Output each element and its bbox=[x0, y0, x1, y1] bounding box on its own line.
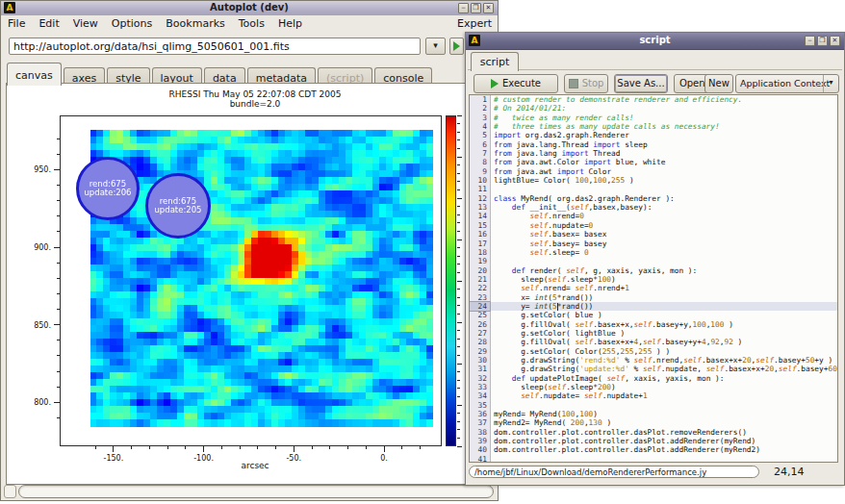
code-line[interactable]: lightBlue= Color( 100,100,255 ) bbox=[491, 176, 837, 185]
minimize-icon[interactable]: ‒ bbox=[805, 36, 815, 46]
code-line[interactable]: from java.awt.Color import blue, white bbox=[491, 158, 837, 166]
menu-item-options[interactable]: Options bbox=[105, 15, 159, 30]
main-titlebar[interactable]: A Autoplot (dev) ‒ ❐ ✕ bbox=[1, 1, 498, 16]
code-line[interactable]: g.drawString('rend:%d' % self.nrend,self… bbox=[491, 356, 837, 365]
code-line[interactable]: self.nupdate= self.nupdate+1 bbox=[491, 391, 837, 400]
code-line[interactable] bbox=[491, 401, 837, 410]
renderer-annotation[interactable]: rend:675update:205 bbox=[145, 173, 211, 239]
code-line[interactable]: g.fillOval( self.basex+x,self.basey+y,10… bbox=[491, 320, 837, 329]
code-editor[interactable]: 1234567891011121314151617181920212223242… bbox=[469, 94, 838, 463]
code-line[interactable]: sleep(self.sleep*200) bbox=[491, 383, 837, 391]
menu-item-tools[interactable]: Tools bbox=[232, 15, 271, 30]
go-button[interactable] bbox=[449, 38, 464, 55]
code-line[interactable]: # On 2014/01/21: bbox=[491, 104, 837, 113]
code-line[interactable]: dom.controller.plot.controller.dasPlot.a… bbox=[491, 445, 837, 454]
code-line[interactable]: myRend2= MyRend( 200,130 ) bbox=[491, 418, 837, 427]
code-line[interactable]: g.setColor( blue ) bbox=[491, 311, 837, 319]
line-number: 21 bbox=[470, 275, 490, 284]
menu-item-view[interactable]: View bbox=[66, 15, 105, 30]
code-line[interactable]: x= int(5*rand()) bbox=[491, 293, 837, 302]
y-axis-tick-label: 900. bbox=[20, 243, 51, 252]
x-axis-major-tick bbox=[294, 446, 294, 452]
code-line[interactable] bbox=[491, 257, 837, 265]
address-row: http://autoplot.org/data/hsi_qlimg_50506… bbox=[1, 35, 498, 60]
context-select[interactable]: Application Context ▾ bbox=[735, 74, 839, 93]
code-line[interactable]: sleep(self.sleep*100) bbox=[491, 275, 837, 284]
x-axis-major-tick bbox=[203, 446, 204, 452]
uri-history-dropdown[interactable]: ▾ bbox=[425, 38, 446, 55]
menu-item-help[interactable]: Help bbox=[271, 15, 309, 30]
code-line[interactable]: from java.lang import Thread bbox=[491, 149, 837, 158]
maximize-icon[interactable]: ❐ bbox=[817, 36, 828, 46]
colorbar-tick bbox=[457, 173, 460, 174]
colorbar-tick bbox=[457, 413, 460, 414]
y-axis-minor-tick bbox=[57, 200, 60, 201]
code-line[interactable]: self.nupdate=0 bbox=[491, 221, 837, 230]
code-line[interactable]: g.fillOval( self.basex+x+4,self.basey+y+… bbox=[491, 338, 837, 346]
menu-item-file[interactable]: File bbox=[1, 15, 32, 30]
code-line[interactable]: g.setColor( lightBlue ) bbox=[491, 329, 837, 338]
line-number: 4 bbox=[470, 122, 490, 131]
y-axis-minor-tick bbox=[57, 154, 60, 155]
line-number: 17 bbox=[470, 239, 490, 248]
close-icon[interactable]: ✕ bbox=[483, 3, 494, 13]
code-line[interactable]: dom.controller.plot.controller.dasPlot.a… bbox=[491, 437, 837, 445]
code-line[interactable] bbox=[491, 185, 837, 193]
save-as-button[interactable]: Save As... bbox=[614, 74, 668, 93]
line-number: 39 bbox=[470, 437, 490, 445]
y-axis-minor-tick bbox=[57, 309, 60, 310]
menu-item-bookmarks[interactable]: Bookmarks bbox=[159, 15, 231, 30]
file-path-input[interactable]: /home/jbf/Linux/Download/demoRendererPer… bbox=[469, 466, 759, 478]
x-axis-label: arcsec bbox=[221, 461, 289, 470]
expert-mode-label[interactable]: Expert bbox=[457, 17, 492, 30]
code-line[interactable]: import org.das2.graph.Renderer bbox=[491, 131, 837, 139]
line-number: 9 bbox=[470, 167, 490, 176]
code-line[interactable]: def __init__(self,basex,basey): bbox=[491, 203, 837, 212]
heatmap-image[interactable] bbox=[90, 130, 433, 427]
line-number: 33 bbox=[470, 383, 490, 391]
plot-canvas-panel[interactable]: RHESSI Thu May 05 22:07:08 CDT 2005 bund… bbox=[6, 83, 495, 485]
x-axis-minor-tick bbox=[401, 446, 402, 449]
code-line[interactable]: self.basex= basex bbox=[491, 230, 837, 239]
y-axis-minor-tick bbox=[57, 278, 60, 279]
uri-input[interactable]: http://autoplot.org/data/hsi_qlimg_50506… bbox=[9, 38, 421, 55]
code-line[interactable]: self.nrend= self.nrend+1 bbox=[491, 284, 837, 292]
close-icon[interactable]: ✕ bbox=[830, 36, 840, 46]
stop-button[interactable]: Stop bbox=[564, 74, 608, 93]
execute-button[interactable]: Execute bbox=[474, 74, 558, 93]
tab-canvas[interactable]: canvas bbox=[7, 63, 62, 86]
x-axis-minor-tick bbox=[131, 446, 132, 449]
script-titlebar[interactable]: A script ‒ ❐ ✕ bbox=[466, 33, 844, 50]
code-line[interactable]: class MyRend( org.das2.graph.Renderer ): bbox=[491, 194, 837, 203]
tab-script[interactable]: script bbox=[471, 52, 519, 71]
new-button[interactable]: New bbox=[704, 74, 733, 93]
code-line[interactable]: dom.controller.plot.controller.dasPlot.r… bbox=[491, 428, 837, 437]
code-line[interactable]: from java.lang.Thread import sleep bbox=[491, 140, 837, 149]
code-line[interactable]: # three times as many update calls as ne… bbox=[491, 122, 837, 131]
code-line[interactable]: g.drawString('update:%d' % self.nupdate,… bbox=[491, 365, 837, 373]
code-line[interactable]: def updatePlotImage( self, xaxis, yaxis,… bbox=[491, 374, 837, 383]
line-number: 22 bbox=[470, 284, 490, 292]
code-line[interactable]: def render( self, g, xaxis, yaxis, mon )… bbox=[491, 266, 837, 275]
code-line[interactable]: g.setColor( Color(255,255,255 ) ) bbox=[491, 347, 837, 356]
menu-item-edit[interactable]: Edit bbox=[32, 15, 65, 30]
code-line[interactable]: from java.awt import Color bbox=[491, 167, 837, 176]
code-line[interactable]: self.basey= basey bbox=[491, 239, 837, 248]
code-line[interactable]: y= int(5*rand()) bbox=[491, 302, 837, 311]
renderer-annotation[interactable]: rend:675update:206 bbox=[76, 157, 140, 220]
minimize-icon[interactable]: ‒ bbox=[458, 3, 469, 13]
colorbar-tick bbox=[457, 446, 462, 447]
code-area[interactable]: # custom render to demonstrate renderer … bbox=[491, 95, 837, 462]
chevron-down-icon[interactable]: ▾ bbox=[823, 75, 838, 92]
colorbar[interactable] bbox=[446, 115, 456, 446]
y-axis-minor-tick bbox=[57, 215, 60, 216]
code-line[interactable]: self.sleep= 0 bbox=[491, 248, 837, 257]
maximize-icon[interactable]: ❐ bbox=[471, 3, 481, 13]
code-line[interactable]: myRend= MyRend(100,100) bbox=[491, 410, 837, 418]
autoplot-main-window: A Autoplot (dev) ‒ ❐ ✕ FileEditViewOptio… bbox=[0, 0, 499, 501]
line-number: 30 bbox=[470, 356, 490, 365]
colorbar-tick bbox=[457, 206, 460, 207]
code-line[interactable]: # twice as many render calls! bbox=[491, 113, 837, 122]
code-line[interactable]: # custom render to demonstrate renderer … bbox=[491, 95, 837, 104]
code-line[interactable]: self.nrend=0 bbox=[491, 212, 837, 220]
